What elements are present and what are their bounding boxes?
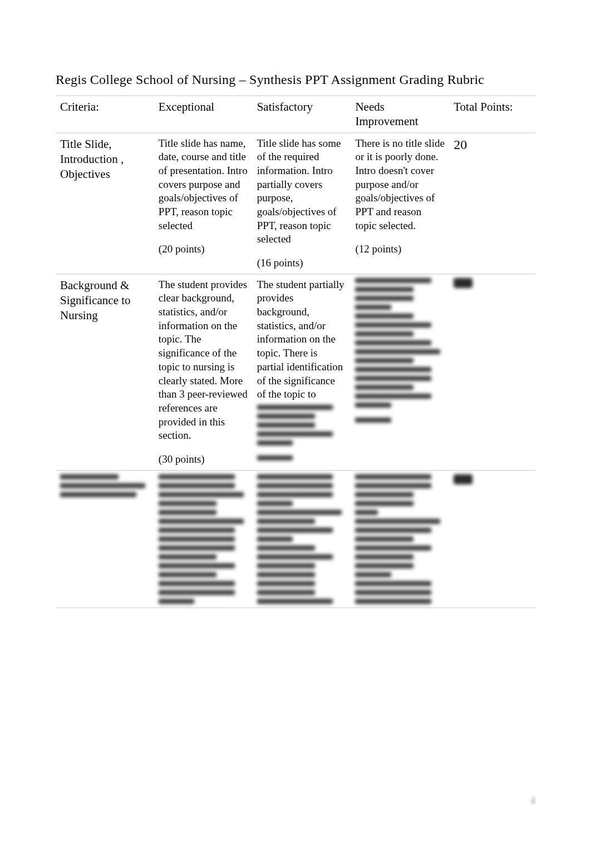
- table-row: Background & Significance to Nursing The…: [56, 274, 535, 470]
- cell-text: The student provides clear background, s…: [159, 278, 248, 443]
- cell-points: (12 points): [355, 242, 445, 256]
- cell-points: (30 points): [159, 453, 248, 467]
- page-number: 4: [530, 795, 535, 807]
- header-exceptional: Exceptional: [154, 96, 253, 133]
- page-title: Regis College School of Nursing – Synthe…: [56, 72, 535, 87]
- cell-points: (20 points): [159, 242, 248, 256]
- header-total-points: Total Points:: [449, 96, 535, 133]
- cell-satisfactory: Title slide has some of the required inf…: [253, 133, 351, 274]
- header-satisfactory: Satisfactory: [253, 96, 351, 133]
- cell-exceptional: Title slide has name, date, course and t…: [154, 133, 253, 274]
- cell-needs-improvement: There is no title slide or it is poorly …: [351, 133, 449, 274]
- cell-total: 20: [449, 133, 535, 274]
- redacted-text: [60, 474, 150, 497]
- cell-needs-improvement: [351, 470, 449, 608]
- table-row: [56, 470, 535, 608]
- cell-exceptional: [154, 470, 253, 608]
- table-header-row: Criteria: Exceptional Satisfactory Needs…: [56, 96, 535, 133]
- cell-text: There is no title slide or it is poorly …: [355, 137, 445, 233]
- cell-total: [449, 274, 535, 470]
- redacted-text: [257, 455, 347, 460]
- redacted-text: [355, 474, 445, 604]
- redacted-text: [257, 474, 347, 604]
- rubric-table: Criteria: Exceptional Satisfactory Needs…: [56, 95, 535, 608]
- cell-needs-improvement: [351, 274, 449, 470]
- cell-satisfactory: The student partially provides backgroun…: [253, 274, 351, 470]
- cell-exceptional: The student provides clear background, s…: [154, 274, 253, 470]
- cell-criteria: Title Slide, Introduction , Objectives: [56, 133, 154, 274]
- cell-text: Title slide has name, date, course and t…: [159, 137, 248, 233]
- header-criteria: Criteria:: [56, 96, 154, 133]
- redacted-text: [454, 474, 472, 484]
- header-needs-improvement: Needs Improvement: [351, 96, 449, 133]
- redacted-text: [355, 418, 445, 423]
- page-container: Regis College School of Nursing – Synthe…: [0, 0, 591, 631]
- redacted-text: [454, 278, 472, 288]
- cell-text: Title slide has some of the required inf…: [257, 137, 347, 247]
- redacted-text: [159, 474, 248, 604]
- redacted-text: [257, 405, 347, 445]
- redacted-text: [355, 278, 445, 408]
- cell-total: [449, 470, 535, 608]
- cell-points: (16 points): [257, 256, 347, 270]
- cell-criteria: Background & Significance to Nursing: [56, 274, 154, 470]
- cell-criteria: [56, 470, 154, 608]
- cell-text: The student partially provides backgroun…: [257, 278, 347, 401]
- table-row: Title Slide, Introduction , Objectives T…: [56, 133, 535, 274]
- cell-satisfactory: [253, 470, 351, 608]
